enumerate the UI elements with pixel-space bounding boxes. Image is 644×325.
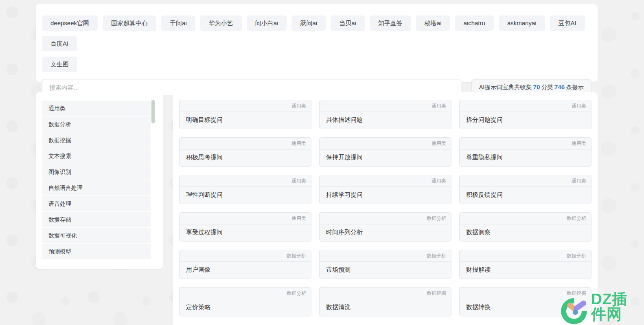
prompt-card[interactable]: 通用类 积极反馈提问 [459, 175, 591, 204]
stats-prefix: AI提示词宝典共收集 [479, 84, 532, 90]
sidebar-category-item[interactable]: 语音处理 [42, 196, 151, 211]
watermark-logo-icon [560, 295, 589, 325]
prompt-card[interactable]: 通用类 明确目标提问 [179, 100, 311, 129]
prompt-card-title: 明确目标提问 [180, 112, 311, 124]
prompt-card-header: 数据分析 [320, 250, 451, 262]
prompt-card-grid: 通用类 明确目标提问 通用类 具体描述问题 通用类 拆分问题提问 通用 [179, 100, 591, 316]
prompt-card-title: 理性判断提问 [180, 187, 311, 199]
prompt-card[interactable]: 通用类 理性判断提问 [179, 175, 311, 204]
prompt-card-title: 定价策略 [180, 299, 311, 311]
prompt-card-header: 数据分析 [180, 250, 311, 262]
prompt-card[interactable]: 数据分析 财报解读 [459, 250, 591, 279]
prompt-card[interactable]: 数据分析 数据洞察 [459, 212, 591, 242]
sidebar-category-item[interactable]: 数据挖掘 [42, 132, 151, 148]
watermark-text: DZ插件网 DZ-X.NET [591, 292, 642, 325]
prompt-card-title: 享受过程提问 [180, 224, 311, 236]
prompt-card[interactable]: 通用类 持续学习提问 [319, 175, 451, 204]
nav-button[interactable]: 当贝ai [331, 15, 365, 31]
prompt-card-category-tag: 数据分析 [427, 253, 446, 259]
prompt-card-category-tag: 通用类 [291, 178, 306, 184]
prompt-card-header: 通用类 [180, 138, 311, 149]
prompt-card-title: 数据清洗 [320, 299, 451, 311]
prompt-card-title: 保持开放提问 [320, 149, 451, 161]
sidebar-category-item[interactable]: 预测模型 [42, 244, 151, 259]
prompt-card-title: 时间序列分析 [320, 224, 451, 236]
prompt-card-title: 数据洞察 [460, 224, 591, 236]
prompt-card-title: 财报解读 [460, 262, 591, 274]
nav-button[interactable]: 豆包AI [550, 15, 585, 31]
category-list: 通用类 数据分析 数据挖掘 文本搜索 图像识别 自然语言处理 语音处理 数据存储… [42, 101, 151, 259]
nav-button[interactable]: 问小白ai [247, 15, 287, 31]
prompt-card-category-tag: 数据挖掘 [427, 290, 446, 297]
sidebar-category-item[interactable]: 数据可视化 [42, 228, 151, 243]
prompt-card[interactable]: 通用类 尊重隐私提问 [459, 137, 591, 167]
prompt-card-category-tag: 数据分析 [427, 215, 446, 222]
site-watermark: DZ插件网 DZ-X.NET [560, 292, 642, 325]
nav-button[interactable]: 秘塔ai [416, 15, 450, 31]
nav-button[interactable]: 文生图 [42, 57, 77, 72]
nav-button[interactable]: 知乎直答 [370, 15, 411, 31]
stats-category-label: 分类 [541, 84, 553, 90]
nav-row-2: 文生图 [42, 57, 591, 72]
prompt-card-category-tag: 通用类 [572, 140, 586, 147]
sidebar-category-item[interactable]: 数据分析 [42, 116, 151, 132]
prompt-card-header: 通用类 [180, 175, 311, 187]
prompt-card-title: 尊重隐私提问 [460, 149, 591, 161]
prompt-card-category-tag: 通用类 [432, 103, 446, 110]
watermark-dot-shape [573, 310, 578, 315]
prompt-card-category-tag: 数据分析 [287, 290, 306, 297]
prompt-card-header: 通用类 [460, 138, 591, 149]
prompt-card-title: 拆分问题提问 [460, 112, 591, 124]
nav-button[interactable]: aichatru [455, 15, 494, 31]
nav-button[interactable]: 跃问ai [291, 15, 326, 31]
prompt-card[interactable]: 通用类 享受过程提问 [179, 212, 311, 242]
prompt-card-header: 通用类 [320, 175, 451, 187]
sidebar-category-item[interactable]: 通用类 [42, 101, 151, 116]
prompt-panel: 通用类 明确目标提问 通用类 具体描述问题 通用类 拆分问题提问 通用 [173, 92, 598, 325]
stats-prompt-count: 746 [553, 83, 566, 90]
prompt-card-category-tag: 数据分析 [567, 215, 586, 222]
prompt-card-category-tag: 数据分析 [567, 253, 586, 259]
prompt-card[interactable]: 数据分析 定价策略 [179, 287, 311, 316]
stats-category-count: 70 [532, 83, 541, 90]
sidebar-category-item[interactable]: 数据存储 [42, 212, 151, 227]
prompt-card-header: 通用类 [320, 138, 451, 149]
prompt-card-category-tag: 通用类 [291, 215, 306, 222]
prompt-card-header: 通用类 [460, 100, 591, 112]
prompt-card[interactable]: 通用类 拆分问题提问 [459, 100, 591, 129]
nav-button[interactable]: askmanyai [499, 15, 545, 31]
prompt-card-category-tag: 数据分析 [287, 253, 306, 259]
nav-button[interactable]: 千问ai [161, 15, 195, 31]
prompt-card-header: 数据分析 [180, 288, 311, 299]
prompt-card-category-tag: 通用类 [572, 178, 586, 184]
nav-button[interactable]: 华为小艺 [200, 15, 242, 31]
prompt-card[interactable]: 数据挖掘 数据清洗 [319, 287, 451, 316]
prompt-card[interactable]: 通用类 具体描述问题 [319, 100, 451, 129]
prompt-card-title: 积极思考提问 [180, 149, 311, 161]
prompt-card-category-tag: 通用类 [291, 103, 306, 110]
prompt-card-category-tag: 通用类 [572, 103, 586, 110]
prompt-card[interactable]: 数据分析 时间序列分析 [319, 212, 451, 242]
prompt-card-title: 积极反馈提问 [460, 187, 591, 199]
prompt-card-title: 具体描述问题 [320, 112, 451, 124]
prompt-card-header: 通用类 [180, 100, 311, 112]
nav-button[interactable]: deepseek官网 [42, 15, 98, 31]
prompt-card-header: 通用类 [320, 100, 451, 112]
nav-button[interactable]: 百度AI [42, 36, 77, 51]
prompt-card-category-tag: 通用类 [432, 140, 446, 147]
prompt-card[interactable]: 数据分析 市场预测 [319, 250, 451, 279]
sidebar-category-item[interactable]: 图像识别 [42, 164, 151, 180]
sidebar-category-item[interactable]: 自然语言处理 [42, 180, 151, 195]
sidebar-scrollbar-thumb[interactable] [151, 100, 155, 123]
prompt-card-category-tag: 通用类 [432, 178, 446, 184]
nav-button[interactable]: 国家超算中心 [103, 15, 156, 31]
prompt-card[interactable]: 通用类 积极思考提问 [179, 137, 311, 167]
prompt-card[interactable]: 数据分析 用户画像 [179, 250, 311, 279]
prompt-card-header: 数据分析 [460, 250, 591, 262]
sidebar-category-item[interactable]: 文本搜索 [42, 148, 151, 164]
prompt-card-title: 市场预测 [320, 262, 451, 274]
watermark-title: DZ插件网 [591, 292, 642, 322]
prompt-card-header: 数据挖掘 [320, 288, 451, 299]
prompt-card[interactable]: 通用类 保持开放提问 [319, 137, 451, 167]
prompt-card-header: 通用类 [460, 175, 591, 187]
